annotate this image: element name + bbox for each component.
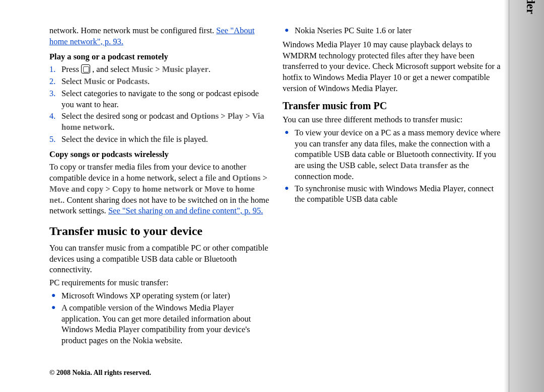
link-set-sharing[interactable]: See "Set sharing on and define content",… [108, 206, 263, 215]
section-tab: Music folder [509, 0, 544, 392]
menu-path: Music [84, 76, 105, 86]
steps-play-remote: 1. Press , and select Music > Music play… [49, 64, 270, 144]
menu-path: Options [232, 173, 260, 183]
text: Nokia Nseries PC Suite 1.6 or later [295, 26, 412, 35]
transfer-methods-list: To view your device on a PC as a mass me… [283, 127, 504, 205]
list-item: 2. Select Music or Podcasts. [49, 76, 270, 87]
list-item: 5. Select the device in which the file i… [49, 134, 270, 145]
text: Microsoft Windows XP operating system (o… [61, 291, 230, 300]
list-number: 1. [49, 64, 55, 75]
menu-path: Copy to home network [112, 184, 193, 194]
text: Select [61, 76, 84, 86]
para-pc-requirements: PC requirements for music transfer: [49, 277, 270, 288]
list-item: Nokia Nseries PC Suite 1.6 or later [283, 25, 504, 36]
list-item: To synchronise music with Windows Media … [283, 183, 504, 205]
list-item: 4. Select the desired song or podcast an… [49, 111, 270, 133]
footer-copyright: © 2008 Nokia. All rights reserved. [49, 369, 151, 377]
menu-path: Music player [162, 64, 209, 74]
list-item: 3. Select categories to navigate to the … [49, 88, 270, 110]
text: > [153, 64, 162, 74]
heading-copy-wireless: Copy songs or podcasts wirelessly [49, 149, 270, 160]
para-network-intro: network. Home network must be configured… [49, 25, 270, 47]
text: To view your device on a PC as a mass me… [295, 128, 500, 170]
text: Select the device in which the file is p… [61, 134, 208, 144]
heading-transfer-from-pc: Transfer music from PC [283, 99, 504, 112]
menu-path: Podcasts [117, 76, 148, 86]
text: To synchronise music with Windows Media … [295, 184, 494, 204]
heading-play-remote: Play a song or a podcast remotely [49, 51, 270, 62]
text: To copy or transfer media files from you… [49, 162, 246, 183]
list-item: A compatible version of the Windows Medi… [49, 302, 270, 346]
text: Press [61, 64, 81, 74]
text: , and select [90, 64, 131, 74]
menu-path: Data transfer [400, 161, 448, 170]
text: > [243, 111, 252, 121]
list-item: Microsoft Windows XP operating system (o… [49, 290, 270, 301]
text: . [148, 76, 150, 86]
text: or [193, 184, 205, 194]
list-number: 3. [49, 88, 55, 99]
heading-transfer-to-device: Transfer music to your device [49, 223, 270, 240]
menu-path: Music [131, 64, 153, 74]
text: Select categories to navigate to the son… [61, 89, 259, 109]
text: Select the desired song or podcast and [61, 111, 190, 121]
list-number: 5. [49, 134, 55, 145]
para-copy-wireless: To copy or transfer media files from you… [49, 162, 270, 216]
para-transfer-to: You can transfer music from a compatible… [49, 243, 270, 275]
list-number: 2. [49, 76, 55, 87]
menu-path: Options [190, 111, 219, 121]
text: > [103, 184, 112, 194]
menu-key-icon [81, 64, 90, 73]
text: > [260, 173, 267, 183]
page-edge-shadow [504, 0, 509, 392]
para-three-methods: You can use three different methods to t… [283, 114, 504, 125]
menu-path: Move and copy [49, 184, 103, 194]
list-item: 1. Press , and select Music > Music play… [49, 64, 270, 75]
text: . [209, 64, 211, 74]
content-columns: network. Home network must be configured… [49, 25, 504, 357]
text: network. Home network must be configured… [49, 26, 216, 35]
section-tab-label: Music folder [524, 0, 537, 14]
text: A compatible version of the Windows Medi… [61, 303, 251, 345]
list-number: 4. [49, 111, 55, 122]
text: > [219, 111, 228, 121]
text: or [106, 76, 117, 86]
menu-path: Play [228, 111, 243, 121]
para-wmp10-note: Windows Media Player 10 may cause playba… [283, 39, 504, 94]
list-item: To view your device on a PC as a mass me… [283, 127, 504, 182]
text: . [112, 122, 114, 132]
